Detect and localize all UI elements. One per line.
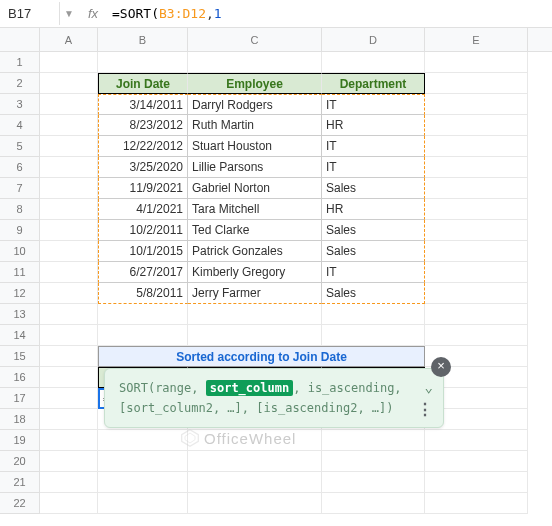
- cell[interactable]: [322, 325, 425, 346]
- table-cell[interactable]: IT: [322, 157, 425, 178]
- cell[interactable]: [40, 262, 98, 283]
- cell[interactable]: [98, 430, 188, 451]
- table-cell[interactable]: Lillie Parsons: [188, 157, 322, 178]
- cell[interactable]: [40, 94, 98, 115]
- cell[interactable]: [40, 409, 98, 430]
- select-all-corner[interactable]: [0, 28, 40, 51]
- cell[interactable]: [40, 157, 98, 178]
- tooltip-close-icon[interactable]: ×: [431, 357, 451, 377]
- row-header[interactable]: 20: [0, 451, 40, 472]
- table-cell[interactable]: 11/9/2021: [98, 178, 188, 199]
- table-cell[interactable]: 10/1/2015: [98, 241, 188, 262]
- table-cell[interactable]: 6/27/2017: [98, 262, 188, 283]
- cell[interactable]: [425, 451, 528, 472]
- table-cell[interactable]: IT: [322, 262, 425, 283]
- cell[interactable]: [98, 493, 188, 514]
- cell[interactable]: [425, 52, 528, 73]
- cell[interactable]: [98, 451, 188, 472]
- cell[interactable]: [425, 493, 528, 514]
- table-cell[interactable]: Sales: [322, 220, 425, 241]
- formula-input[interactable]: =SORT(B3:D12,1: [108, 2, 552, 25]
- table-cell[interactable]: Ted Clarke: [188, 220, 322, 241]
- cell[interactable]: [425, 304, 528, 325]
- table-header-department[interactable]: Department: [322, 73, 425, 94]
- cell[interactable]: [425, 73, 528, 94]
- row-header[interactable]: 7: [0, 178, 40, 199]
- cell[interactable]: [40, 115, 98, 136]
- cell[interactable]: [40, 178, 98, 199]
- row-header[interactable]: 22: [0, 493, 40, 514]
- table-cell[interactable]: Tara Mitchell: [188, 199, 322, 220]
- row-header[interactable]: 1: [0, 52, 40, 73]
- cell[interactable]: [40, 367, 98, 388]
- cell[interactable]: [98, 472, 188, 493]
- cell[interactable]: [425, 220, 528, 241]
- table-cell[interactable]: Jerry Farmer: [188, 283, 322, 304]
- cell[interactable]: [40, 325, 98, 346]
- col-header-a[interactable]: A: [40, 28, 98, 51]
- table-header-employee[interactable]: Employee: [188, 73, 322, 94]
- col-header-d[interactable]: D: [322, 28, 425, 51]
- table-cell[interactable]: Kimberly Gregory: [188, 262, 322, 283]
- cell[interactable]: [98, 325, 188, 346]
- table-header-join-date[interactable]: Join Date: [98, 73, 188, 94]
- tooltip-more-icon[interactable]: ⋮: [417, 400, 433, 419]
- table-cell[interactable]: Ruth Martin: [188, 115, 322, 136]
- tooltip-expand-icon[interactable]: ⌄: [425, 379, 433, 395]
- table-cell[interactable]: Patrick Gonzales: [188, 241, 322, 262]
- cell[interactable]: [98, 304, 188, 325]
- cell[interactable]: [188, 52, 322, 73]
- table-cell[interactable]: Gabriel Norton: [188, 178, 322, 199]
- cell-ref-dropdown-icon[interactable]: ▼: [60, 8, 78, 19]
- table-cell[interactable]: 12/22/2012: [98, 136, 188, 157]
- row-header[interactable]: 15: [0, 346, 40, 367]
- cell[interactable]: [188, 472, 322, 493]
- row-header[interactable]: 16: [0, 367, 40, 388]
- row-header[interactable]: 4: [0, 115, 40, 136]
- cell[interactable]: [425, 136, 528, 157]
- table-cell[interactable]: 4/1/2021: [98, 199, 188, 220]
- cell[interactable]: [425, 325, 528, 346]
- cell[interactable]: [322, 430, 425, 451]
- row-header[interactable]: 6: [0, 157, 40, 178]
- cell[interactable]: [425, 157, 528, 178]
- row-header[interactable]: 10: [0, 241, 40, 262]
- cell[interactable]: [425, 199, 528, 220]
- cell[interactable]: [188, 325, 322, 346]
- cell[interactable]: [425, 94, 528, 115]
- col-header-b[interactable]: B: [98, 28, 188, 51]
- row-header[interactable]: 13: [0, 304, 40, 325]
- cell[interactable]: [425, 472, 528, 493]
- table-cell[interactable]: Sales: [322, 178, 425, 199]
- cell[interactable]: [40, 304, 98, 325]
- table-cell[interactable]: 5/8/2011: [98, 283, 188, 304]
- cell[interactable]: [40, 451, 98, 472]
- row-header[interactable]: 5: [0, 136, 40, 157]
- table-cell[interactable]: 3/25/2020: [98, 157, 188, 178]
- cell[interactable]: [40, 388, 98, 409]
- cell[interactable]: [40, 430, 98, 451]
- table-cell[interactable]: Stuart Houston: [188, 136, 322, 157]
- cell[interactable]: [188, 304, 322, 325]
- table-cell[interactable]: HR: [322, 115, 425, 136]
- cell[interactable]: [40, 73, 98, 94]
- row-header[interactable]: 9: [0, 220, 40, 241]
- cell[interactable]: [425, 262, 528, 283]
- row-header[interactable]: 19: [0, 430, 40, 451]
- cell[interactable]: [322, 493, 425, 514]
- cell[interactable]: [322, 472, 425, 493]
- cell[interactable]: [425, 178, 528, 199]
- table-cell[interactable]: IT: [322, 136, 425, 157]
- table-cell[interactable]: 3/14/2011: [98, 94, 188, 115]
- cell[interactable]: [425, 430, 528, 451]
- cell[interactable]: [188, 451, 322, 472]
- cell[interactable]: [40, 472, 98, 493]
- cell[interactable]: [40, 493, 98, 514]
- cell[interactable]: [425, 115, 528, 136]
- cell[interactable]: [40, 241, 98, 262]
- cell[interactable]: [40, 346, 98, 367]
- row-header[interactable]: 18: [0, 409, 40, 430]
- cell[interactable]: [40, 199, 98, 220]
- row-header[interactable]: 21: [0, 472, 40, 493]
- row-header[interactable]: 17: [0, 388, 40, 409]
